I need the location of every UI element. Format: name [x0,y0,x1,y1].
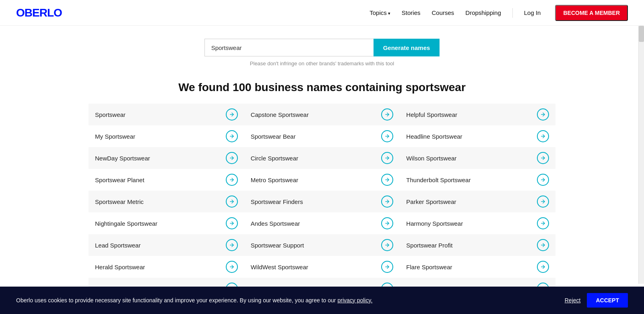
arrow-button[interactable] [381,130,393,142]
arrow-button[interactable] [226,174,238,186]
business-name-label: Andes Sportswear [251,220,300,227]
list-item[interactable]: Wilson Sportswear [400,147,555,169]
cookie-actions: Reject ACCEPT [565,293,628,308]
list-item[interactable]: Headline Sportswear [400,125,555,147]
business-name-label: Circle Sportswear [251,155,298,162]
list-item[interactable]: Flare Sportswear [400,256,555,278]
scrollbar[interactable] [638,26,644,284]
nav-links: Topics Stories Courses Dropshipping Log … [369,5,628,21]
arrow-button[interactable] [226,239,238,251]
business-name-label: Thunderbolt Sportswear [406,177,471,183]
arrow-button[interactable] [537,217,549,229]
become-member-button[interactable]: BECOME A MEMBER [555,5,628,21]
arrow-button[interactable] [226,261,238,273]
arrow-button[interactable] [381,152,393,164]
list-item[interactable]: Thunderbolt Sportswear [400,169,555,191]
list-item[interactable]: Sportswear Planet [89,169,244,191]
nav-divider [512,8,513,18]
privacy-policy-link[interactable]: privacy policy. [337,297,372,304]
cookie-reject-button[interactable]: Reject [565,297,581,304]
arrow-button[interactable] [537,239,549,251]
arrow-button[interactable] [381,239,393,251]
arrow-button[interactable] [381,217,393,229]
business-name-label: Metro Sportswear [251,177,298,183]
list-item[interactable]: NewDay Sportswear [89,147,244,169]
list-item[interactable]: Sportswear Bear [244,125,400,147]
list-item[interactable]: Metro Sportswear [244,169,400,191]
business-name-label: My Sportswear [95,133,135,140]
business-name-label: Sportswear Metric [95,198,144,205]
list-item[interactable]: Sportswear Support [244,234,400,256]
result-heading: We found 100 business names containing s… [0,73,644,104]
navbar: OBERLO Topics Stories Courses Dropshippi… [0,0,644,26]
arrow-button[interactable] [226,130,238,142]
arrow-button[interactable] [381,108,393,121]
search-disclaimer: Please don't infringe on other brands' t… [0,60,644,67]
business-name-label: Helpful Sportswear [406,111,457,118]
business-name-label: Sportswear Bear [251,133,296,140]
list-item[interactable]: My Sportswear [89,125,244,147]
cookie-text: Oberlo uses cookies to provide necessary… [16,296,372,305]
nav-stories[interactable]: Stories [402,9,421,16]
cookie-accept-button[interactable]: ACCEPT [587,293,628,308]
arrow-button[interactable] [537,108,549,121]
list-item[interactable]: Harmony Sportswear [400,212,555,234]
list-item[interactable]: Lead Sportswear [89,234,244,256]
arrow-button[interactable] [226,195,238,208]
arrow-button[interactable] [381,261,393,273]
list-item[interactable]: Sportswear Profit [400,234,555,256]
list-item[interactable]: Circle Sportswear [244,147,400,169]
nav-courses[interactable]: Courses [432,9,454,16]
list-item[interactable]: WildWest Sportswear [244,256,400,278]
list-item[interactable]: Capstone Sportswear [244,104,400,125]
business-name-label: WildWest Sportswear [251,264,308,270]
scrollbar-thumb[interactable] [639,26,644,42]
generate-button[interactable]: Generate names [374,39,440,56]
business-name-label: Lead Sportswear [95,242,140,249]
business-name-label: Harmony Sportswear [406,220,463,227]
cookie-banner: Oberlo uses cookies to provide necessary… [0,287,644,314]
arrow-button[interactable] [226,217,238,229]
search-row: Generate names [0,39,644,56]
business-name-label: NewDay Sportswear [95,155,150,162]
arrow-button[interactable] [537,261,549,273]
names-grid: SportswearCapstone SportswearHelpful Spo… [89,104,555,314]
arrow-button[interactable] [537,130,549,142]
list-item[interactable]: Sportswear [89,104,244,125]
business-name-label: Sportswear Support [251,242,304,249]
business-name-label: Herald Sportswear [95,264,145,270]
search-input[interactable] [204,39,374,56]
list-item[interactable]: Andes Sportswear [244,212,400,234]
arrow-button[interactable] [226,108,238,121]
list-item[interactable]: Sportswear Finders [244,191,400,212]
logo[interactable]: OBERLO [16,6,62,19]
business-name-label: Wilson Sportswear [406,155,456,162]
business-name-label: Flare Sportswear [406,264,452,270]
nav-topics[interactable]: Topics [369,9,390,16]
business-name-label: Sportswear Finders [251,198,303,205]
business-name-label: Capstone Sportswear [251,111,309,118]
arrow-button[interactable] [537,195,549,208]
nav-dropshipping[interactable]: Dropshipping [465,9,501,16]
arrow-button[interactable] [381,174,393,186]
list-item[interactable]: Nightingale Sportswear [89,212,244,234]
business-name-label: Nightingale Sportswear [95,220,157,227]
arrow-button[interactable] [537,152,549,164]
arrow-button[interactable] [381,195,393,208]
list-item[interactable]: Helpful Sportswear [400,104,555,125]
business-name-label: Sportswear Planet [95,177,144,183]
business-name-label: Sportswear Profit [406,242,452,249]
arrow-button[interactable] [537,174,549,186]
business-name-label: Headline Sportswear [406,133,462,140]
business-name-label: Sportswear [95,111,126,118]
hero-section: Generate names Please don't infringe on … [0,26,644,73]
business-name-label: Parker Sportswear [406,198,456,205]
list-item[interactable]: Parker Sportswear [400,191,555,212]
list-item[interactable]: Sportswear Metric [89,191,244,212]
arrow-button[interactable] [226,152,238,164]
names-section: SportswearCapstone SportswearHelpful Spo… [80,104,564,314]
list-item[interactable]: Herald Sportswear [89,256,244,278]
login-button[interactable]: Log In [524,9,544,16]
